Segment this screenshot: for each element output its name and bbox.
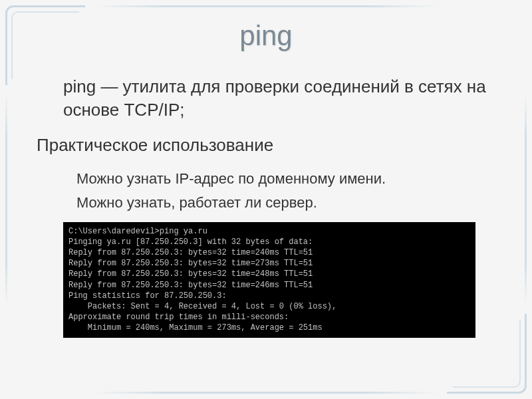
- slide-content: ping ping — утилита для проверки соедине…: [37, 20, 495, 338]
- usage-heading: Практическое использование: [37, 134, 495, 157]
- terminal-line: C:\Users\daredevil>ping ya.ru: [68, 226, 470, 237]
- terminal-line: Packets: Sent = 4, Received = 4, Lost = …: [68, 301, 470, 312]
- terminal-output: C:\Users\daredevil>ping ya.ruPinging ya.…: [63, 222, 475, 338]
- terminal-line: Approximate round trip times in milli-se…: [68, 312, 470, 323]
- slide-title: ping: [37, 20, 495, 52]
- terminal-line: Pinging ya.ru [87.250.250.3] with 32 byt…: [68, 237, 470, 247]
- frame-edge-bottom: [93, 392, 439, 394]
- frame-edge-top: [93, 5, 439, 7]
- terminal-line: Reply from 87.250.250.3: bytes=32 time=2…: [68, 247, 470, 258]
- usage-bullet-1: Можно узнать IP-адрес по доменному имени…: [37, 169, 495, 189]
- terminal-line: Minimum = 240ms, Maximum = 273ms, Averag…: [68, 323, 470, 333]
- definition-text: ping — утилита для проверки соединений в…: [37, 75, 495, 122]
- terminal-line: Reply from 87.250.250.3: bytes=32 time=2…: [68, 280, 470, 291]
- usage-bullet-2: Можно узнать, работает ли сервер.: [37, 193, 495, 213]
- terminal-line: Ping statistics for 87.250.250.3:: [68, 291, 470, 301]
- frame-edge-right: [525, 93, 527, 306]
- terminal-line: Reply from 87.250.250.3: bytes=32 time=2…: [68, 258, 470, 269]
- terminal-line: Reply from 87.250.250.3: bytes=32 time=2…: [68, 269, 470, 279]
- frame-edge-left: [5, 93, 7, 306]
